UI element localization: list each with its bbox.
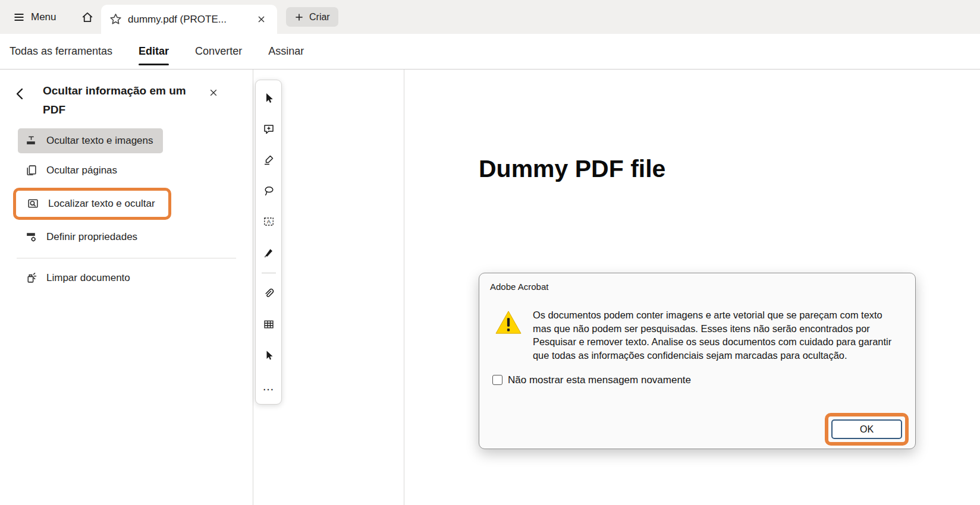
redact-panel: Ocultar informação em um PDF Ocultar tex…	[0, 70, 253, 505]
dont-show-again-label: Não mostrar esta mensagem novamente	[508, 374, 691, 386]
hamburger-icon	[13, 11, 25, 23]
dialog-title: Adobe Acrobat	[479, 273, 915, 292]
add-comment-tool[interactable]	[258, 118, 279, 140]
document-view: Dummy PDF file Adobe Acrobat Os document…	[404, 70, 980, 505]
menu-button[interactable]: Menu	[6, 0, 64, 34]
svg-text:A: A	[266, 218, 271, 225]
document-tab[interactable]: dummy.pdf (PROTE...	[101, 5, 277, 34]
more-tools-button[interactable]: …	[258, 375, 279, 397]
select-text-tool[interactable]: A	[258, 211, 279, 232]
warning-dialog: Adobe Acrobat Os documentos podem conter…	[479, 273, 916, 449]
toolbar-strip: A	[253, 70, 404, 505]
tab-bar: Menu dummy.pdf (PROTE...	[0, 0, 980, 34]
annotation-highlight-find-text: Localizar texto e ocultar	[13, 188, 171, 220]
highlight-tool[interactable]	[258, 149, 279, 171]
panel-items: Ocultar texto e imagens Ocultar páginas	[0, 128, 253, 291]
home-icon	[81, 11, 94, 24]
nav-all-tools[interactable]: Todas as ferramentas	[10, 34, 112, 69]
panel-item-label: Definir propriedades	[46, 231, 137, 243]
dialog-body: Os documentos podem conter imagens e art…	[479, 292, 915, 362]
plus-icon	[294, 12, 304, 22]
panel-title: Ocultar informação em um PDF	[43, 81, 199, 120]
select-tool[interactable]	[258, 87, 279, 109]
dialog-message: Os documentos podem conter imagens e art…	[533, 308, 902, 362]
lasso-icon	[263, 185, 275, 197]
sanitize-icon	[25, 272, 37, 284]
panel-item-find-text-redact[interactable]: Localizar texto e ocultar	[20, 191, 165, 216]
nav-edit[interactable]: Editar	[139, 34, 169, 69]
ok-button[interactable]: OK	[831, 419, 902, 439]
panel-item-label: Localizar texto e ocultar	[48, 198, 155, 210]
pointer-tool[interactable]	[258, 345, 279, 366]
dont-show-again-row: Não mostrar esta mensagem novamente	[492, 374, 915, 386]
grid-icon	[263, 318, 275, 330]
lasso-tool[interactable]	[258, 180, 279, 201]
panel-item-redact-text-images[interactable]: Ocultar texto e imagens	[18, 128, 163, 153]
pen-nib-icon	[263, 247, 275, 258]
panel-header: Ocultar informação em um PDF	[0, 70, 253, 120]
warning-icon	[495, 308, 522, 362]
redact-text-icon	[25, 134, 37, 147]
table-tool[interactable]	[258, 314, 279, 335]
cursor-arrow-icon	[263, 92, 275, 104]
quick-toolbar: A	[255, 80, 282, 405]
highlighter-icon	[263, 154, 275, 166]
tab-title: dummy.pdf (PROTE...	[128, 14, 247, 26]
create-button[interactable]: Criar	[286, 7, 338, 27]
pages-icon	[25, 164, 37, 176]
paperclip-icon	[263, 288, 275, 299]
fill-sign-tool[interactable]	[258, 242, 279, 263]
nav-sign[interactable]: Assinar	[268, 34, 304, 69]
tab-close-button[interactable]	[253, 12, 269, 27]
panel-close-button[interactable]	[205, 84, 222, 102]
panel-item-label: Ocultar páginas	[46, 165, 117, 176]
nav-convert[interactable]: Converter	[195, 34, 242, 69]
acrobat-window: Menu dummy.pdf (PROTE...	[0, 0, 980, 505]
home-button[interactable]	[74, 0, 100, 34]
comment-plus-icon	[263, 123, 275, 135]
create-label: Criar	[309, 12, 330, 23]
dont-show-again-checkbox[interactable]	[492, 375, 502, 385]
menu-label: Menu	[31, 11, 56, 23]
panel-item-set-properties[interactable]: Definir propriedades	[18, 225, 147, 250]
panel-item-label: Limpar documento	[46, 272, 130, 284]
panel-item-redact-pages[interactable]: Ocultar páginas	[18, 158, 127, 183]
back-chevron-button[interactable]	[14, 84, 32, 104]
cursor-arrow-icon	[263, 349, 275, 361]
star-icon	[109, 13, 122, 26]
text-select-icon: A	[263, 216, 275, 228]
main-area: Ocultar informação em um PDF Ocultar tex…	[0, 70, 980, 505]
panel-divider	[17, 258, 236, 258]
ellipsis-icon: …	[262, 383, 275, 389]
attach-link-tool[interactable]	[258, 283, 279, 304]
pdf-page-title: Dummy PDF file	[479, 155, 665, 183]
annotation-highlight-ok: OK	[825, 413, 909, 446]
panel-item-label: Ocultar texto e imagens	[46, 135, 153, 147]
panel-item-sanitize-document[interactable]: Limpar documento	[18, 266, 140, 291]
toolbar-divider	[262, 273, 276, 273]
properties-redact-icon	[25, 231, 37, 243]
tools-nav: Todas as ferramentas Editar Converter As…	[0, 34, 980, 70]
search-redact-icon	[27, 197, 39, 210]
